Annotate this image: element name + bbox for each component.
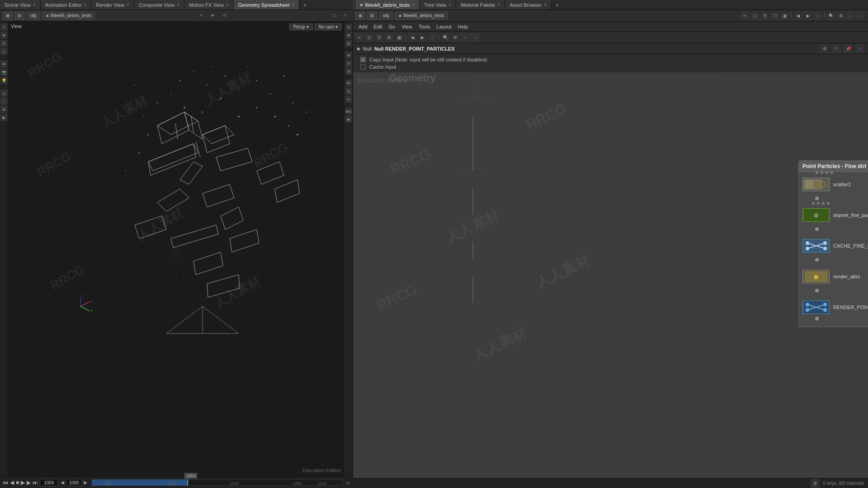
tab-close[interactable]: × [498, 2, 500, 7]
tab-close[interactable]: × [84, 2, 86, 7]
tab-week6-debris[interactable]: ■ Week6_debris_tests × [355, 0, 420, 9]
frame-step-up[interactable]: ► [83, 479, 88, 486]
menu-view[interactable]: View [399, 22, 415, 31]
render-icon[interactable]: ◐ [0, 114, 8, 121]
ri-icon-7[interactable]: ▶ [418, 33, 427, 42]
view-tool-9[interactable]: ≡ [345, 96, 352, 103]
view-tool-6[interactable]: ⊚ [345, 68, 352, 75]
snap-btn[interactable]: ? [341, 11, 350, 20]
rotate-icon[interactable]: ↺ [0, 40, 8, 47]
node-render-particles[interactable]: RENDER_POINT_PARTICLES [802, 300, 868, 314]
menu-layout[interactable]: Layout [434, 22, 454, 31]
frame-display[interactable]: 1004 [40, 479, 58, 486]
tab-close[interactable]: × [33, 2, 36, 7]
timeline-track[interactable]: 185 1032 1056 1080 1104 1004 [92, 479, 343, 486]
timeline-next-btn[interactable]: ▶ [27, 479, 31, 486]
tab-scene-view[interactable]: Scene View × [0, 0, 41, 9]
node-scatter2[interactable]: scatter2 [802, 178, 868, 191]
ri-icon-8[interactable]: ↕ [428, 33, 437, 42]
tab-close[interactable]: × [448, 2, 451, 7]
menu-help[interactable]: Help [455, 22, 471, 31]
tab-composite-view[interactable]: Composite View × [134, 0, 184, 9]
timeline-end-btn[interactable]: ⏭ [33, 479, 38, 486]
ri-forward-icon[interactable]: → [471, 33, 480, 42]
timeline-stop-btn[interactable]: ■ [16, 479, 19, 486]
node-cache[interactable]: CACHE_FINE_PARTICLES_HERE [802, 239, 868, 253]
file-label-right[interactable]: ■ Week6_debris_tests [395, 12, 448, 20]
node-pin-icon[interactable]: 📌 [844, 44, 853, 53]
ri-gear-icon[interactable]: ⚙ [451, 33, 460, 42]
view-tool-7[interactable]: ⧉ [345, 80, 352, 87]
node-settings-icon[interactable]: ⚙ [820, 44, 829, 53]
transform-tool-btn[interactable]: ✥ [208, 11, 217, 20]
node-help-icon[interactable]: ? [832, 44, 841, 53]
timeline-prev-btn[interactable]: ◀ [10, 479, 14, 486]
rotate-tool-btn[interactable]: ↺ [220, 11, 229, 20]
dynamics-icon[interactable]: ⊛ [0, 106, 8, 113]
tab-motion-fx[interactable]: Motion FX View × [184, 0, 234, 9]
toolbar-right-icon-1[interactable]: ⊞ [355, 12, 365, 20]
tab-animation-editor[interactable]: Animation Editor × [41, 0, 92, 9]
perspective-dropdown[interactable]: Persp ▾ [289, 23, 313, 30]
cache-input-checkbox[interactable] [360, 64, 366, 70]
view-tool-2[interactable]: ⊞ [345, 32, 352, 39]
select-icon[interactable]: ↗ [0, 23, 8, 31]
move-icon[interactable]: ✥ [0, 32, 8, 39]
view-tool-4[interactable]: ⊕ [345, 52, 352, 59]
node-render-attrs[interactable]: ▦ render_attrs [802, 270, 868, 283]
file-label-left[interactable]: ■ Week6_debris_tests [42, 12, 95, 20]
node-dopnet[interactable]: ⚙ dopnet_fine_particulate [802, 208, 868, 222]
ri-search-icon[interactable]: 🔍 [441, 33, 450, 42]
toolbar-icon-b[interactable]: ⬡ [750, 11, 760, 20]
tab-render-view[interactable]: Render View × [91, 0, 134, 9]
obj-label-right[interactable]: obj [379, 12, 393, 20]
tab-asset-browser[interactable]: Asset Browser × [505, 0, 552, 9]
menu-edit[interactable]: Edit [371, 22, 385, 31]
add-tab-right-button[interactable]: + [552, 1, 562, 9]
view-tool-5[interactable]: ⊙ [345, 60, 352, 67]
toolbar-icon-btn-2[interactable]: ⊟ [14, 12, 24, 20]
menu-tools[interactable]: Tools [416, 22, 433, 31]
timeline-play-btn[interactable]: ▶ [21, 479, 25, 486]
tab-close[interactable]: × [544, 2, 547, 7]
toolbar-icon-a[interactable]: ✂ [741, 11, 750, 20]
toolbar-right-icon-2[interactable]: ⊟ [367, 12, 377, 20]
status-settings-icon[interactable]: ⚙ [811, 479, 820, 488]
toolbar-icon-j[interactable]: ⚙ [836, 11, 845, 20]
view-icon[interactable]: 👁 [0, 61, 8, 68]
camera-dropdown[interactable]: No cam ▾ [315, 23, 342, 30]
tab-geometry-spreadsheet[interactable]: Geometry Spreadsheet × [234, 0, 300, 9]
obj-label-left[interactable]: obj [26, 12, 40, 20]
toolbar-icon-e[interactable]: ▦ [780, 11, 789, 20]
toolbar-icon-k[interactable]: ← [846, 11, 855, 20]
tab-material-palette[interactable]: Material Palette × [456, 0, 505, 9]
ri-icon-5[interactable]: ▦ [395, 33, 404, 42]
toolbar-icon-btn-1[interactable]: ⊞ [3, 12, 13, 20]
geo-icon[interactable]: △ [0, 89, 8, 97]
node-graph-area[interactable]: RRCG 人人素材 RRCG 人人素材 RRCG 人人素材 Geometry E… [353, 72, 868, 478]
tab-close[interactable]: × [292, 2, 294, 7]
menu-add[interactable]: Add [356, 22, 370, 31]
select-tool-btn[interactable]: ↗ [197, 11, 206, 20]
toolbar-icon-h[interactable]: ↕ [813, 11, 822, 20]
add-tab-button[interactable]: + [299, 1, 310, 9]
frame-step-down[interactable]: ◄ [60, 479, 65, 486]
ri-icon-4[interactable]: ⊞ [385, 33, 394, 42]
display-btn[interactable]: ⬡ [330, 11, 339, 20]
timeline-start-btn[interactable]: ⏮ [3, 479, 8, 486]
ri-icon-1[interactable]: ✂ [355, 33, 364, 42]
view-tool-3[interactable]: ⊟ [345, 40, 352, 47]
node-scroll-icon[interactable]: ↕ [855, 44, 864, 53]
light-icon[interactable]: 💡 [0, 77, 8, 84]
toolbar-icon-l[interactable]: → [856, 11, 865, 20]
tab-tree-view[interactable]: Tree View × [420, 0, 456, 9]
ri-icon-6[interactable]: ◀ [408, 33, 417, 42]
view-tool-8[interactable]: ⊜ [345, 88, 352, 95]
view-tool-11[interactable]: ■ [345, 116, 352, 123]
toolbar-icon-d[interactable]: ⬛ [770, 11, 779, 20]
menu-go[interactable]: Go [386, 22, 398, 31]
view-tool-10[interactable]: abc [345, 108, 352, 115]
particle-icon[interactable]: ∷ [0, 98, 8, 105]
ri-icon-3[interactable]: ☰ [375, 33, 384, 42]
tab-close[interactable]: × [412, 2, 415, 7]
